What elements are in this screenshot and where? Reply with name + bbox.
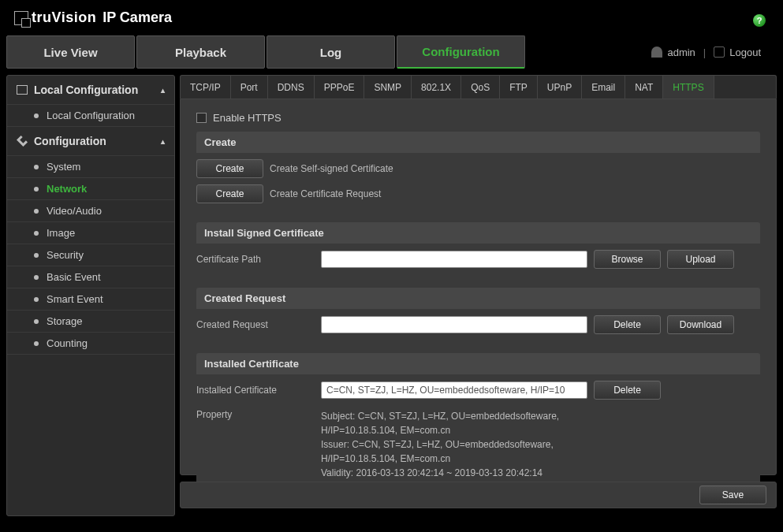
sidebar-item-label: System [47, 161, 80, 173]
created-request-section-header: Created Request [196, 288, 760, 309]
sidebar-item-video-audio[interactable]: Video/Audio [7, 200, 174, 222]
tab-port[interactable]: Port [231, 76, 268, 99]
bullet-icon [34, 165, 39, 169]
sidebar-item-basic-event[interactable]: Basic Event [7, 266, 174, 288]
installed-cert-section-header: Installed Certificate [196, 353, 760, 374]
network-tabs: TCP/IP Port DDNS PPPoE SNMP 802.1X QoS F… [180, 75, 777, 99]
tab-https[interactable]: HTTPS [663, 76, 714, 99]
property-line: Issuer: C=CN, ST=ZJ, L=HZ, OU=embeddedso… [321, 437, 559, 452]
create-section: Create Create Self-signed Certificate Cr… [196, 153, 760, 214]
nav-playback[interactable]: Playback [136, 35, 265, 69]
download-request-button[interactable]: Download [667, 315, 734, 334]
sidebar-item-image[interactable]: Image [7, 222, 174, 244]
create-cert-request-button[interactable]: Create [196, 184, 263, 203]
sidebar-item-security[interactable]: Security [7, 244, 174, 266]
bullet-icon [34, 319, 39, 324]
tab-qos[interactable]: QoS [461, 76, 500, 99]
bullet-icon [34, 253, 39, 258]
property-label: Property [196, 409, 321, 420]
sidebar-item-label: Basic Event [47, 271, 101, 283]
tab-8021x[interactable]: 802.1X [412, 76, 461, 99]
bullet-icon [34, 341, 39, 346]
bullet-icon [34, 209, 39, 214]
chevron-up-icon: ▴ [161, 86, 165, 95]
sidebar-item-label: Security [47, 249, 84, 261]
sidebar-item-label: Smart Event [47, 293, 103, 305]
bottom-bar: Save [180, 482, 777, 508]
enable-https-checkbox[interactable] [196, 113, 207, 123]
browse-button[interactable]: Browse [594, 250, 661, 269]
nav-configuration[interactable]: Configuration [397, 35, 525, 69]
sidebar-item-system[interactable]: System [7, 155, 174, 178]
property-line: H/IP=10.18.5.104, EM=com.cn [321, 423, 559, 437]
nav-user-area: admin | Logout [651, 35, 777, 69]
https-panel: Enable HTTPS Create Create Create Self-s… [180, 99, 777, 475]
main-nav: Live View Playback Log Configuration adm… [6, 35, 777, 69]
create-self-signed-button[interactable]: Create [196, 159, 263, 178]
sidebar-section-configuration[interactable]: Configuration ▴ [7, 127, 174, 155]
current-user: admin [667, 47, 695, 58]
bullet-icon [34, 231, 39, 236]
create-self-signed-label: Create Self-signed Certificate [270, 163, 393, 174]
logout-link[interactable]: Logout [729, 47, 761, 58]
help-icon[interactable]: ? [753, 14, 766, 27]
sidebar-item-network[interactable]: Network [7, 178, 174, 200]
nav-divider: | [703, 47, 706, 58]
upload-button[interactable]: Upload [667, 250, 734, 269]
created-request-label: Created Request [196, 319, 321, 330]
sidebar-cfg-title: Configuration [34, 135, 106, 147]
sidebar-item-storage[interactable]: Storage [7, 311, 174, 333]
brand-name: truVision [32, 9, 96, 26]
create-section-header: Create [196, 132, 760, 153]
created-request-input[interactable] [321, 316, 587, 333]
certificate-path-label: Certificate Path [196, 254, 321, 265]
delete-cert-button[interactable]: Delete [594, 381, 661, 400]
tab-upnp[interactable]: UPnP [538, 76, 582, 99]
enable-https-row: Enable HTTPS [196, 106, 760, 132]
brand-icon [14, 11, 28, 25]
sidebar-local-cfg-title: Local Configuration [34, 84, 138, 96]
tab-pppoe[interactable]: PPPoE [315, 76, 365, 99]
certificate-path-input[interactable] [321, 251, 587, 268]
property-line: Subject: C=CN, ST=ZJ, L=HZ, OU=embeddeds… [321, 409, 559, 423]
enable-https-label: Enable HTTPS [213, 112, 282, 124]
sidebar-item-label: Storage [47, 315, 83, 327]
sidebar-item-label: Local Configuration [47, 110, 135, 121]
property-text: Subject: C=CN, ST=ZJ, L=HZ, OU=embeddeds… [321, 409, 559, 480]
tab-snmp[interactable]: SNMP [364, 76, 412, 99]
installed-cert-label: Installed Certificate [196, 385, 321, 396]
tab-nat[interactable]: NAT [625, 76, 663, 99]
user-icon [651, 47, 662, 58]
create-cert-request-label: Create Certificate Request [270, 188, 381, 199]
header: truVision IP Camera ? [0, 0, 783, 35]
sidebar-item-counting[interactable]: Counting [7, 333, 174, 355]
nav-liveview[interactable]: Live View [6, 35, 135, 69]
installed-cert-input[interactable] [321, 381, 587, 399]
property-line: H/IP=10.18.5.104, EM=com.cn [321, 452, 559, 466]
bullet-icon [34, 297, 39, 302]
sidebar-item-label: Network [47, 183, 87, 195]
brand-product: IP Camera [103, 9, 172, 26]
bullet-icon [34, 187, 39, 192]
sidebar-item-label: Video/Audio [47, 205, 102, 217]
sidebar-item-label: Image [47, 227, 75, 239]
save-button[interactable]: Save [699, 485, 766, 504]
wrench-icon [17, 136, 28, 147]
tab-ftp[interactable]: FTP [500, 76, 538, 99]
content: TCP/IP Port DDNS PPPoE SNMP 802.1X QoS F… [180, 75, 777, 516]
bullet-icon [34, 275, 39, 280]
delete-request-button[interactable]: Delete [594, 315, 661, 334]
sidebar: Local Configuration ▴ Local Configuratio… [6, 75, 175, 516]
tab-tcpip[interactable]: TCP/IP [181, 76, 231, 99]
tab-ddns[interactable]: DDNS [268, 76, 315, 99]
sidebar-item-smart-event[interactable]: Smart Event [7, 288, 174, 311]
tab-email[interactable]: Email [582, 76, 625, 99]
sidebar-item-label: Counting [47, 337, 88, 349]
install-section-header: Install Signed Certificate [196, 222, 760, 244]
nav-log[interactable]: Log [267, 35, 395, 69]
bullet-icon [34, 113, 39, 118]
chevron-up-icon: ▴ [161, 137, 165, 146]
logout-icon [714, 47, 725, 58]
sidebar-item-local-configuration[interactable]: Local Configuration [7, 104, 174, 127]
sidebar-section-local-configuration[interactable]: Local Configuration ▴ [7, 76, 174, 104]
